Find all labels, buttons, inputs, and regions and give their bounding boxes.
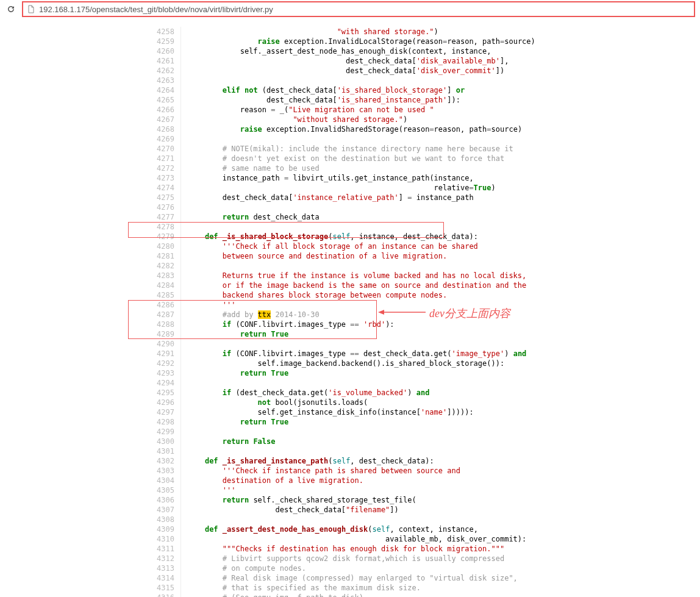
code-line[interactable]: # NOTE(mikal): include the instance dire… xyxy=(181,144,541,154)
line-number[interactable]: 4264 xyxy=(128,85,181,95)
code-line[interactable]: dest_check_data['disk_over_commit']) xyxy=(181,66,541,76)
line-number[interactable]: 4303 xyxy=(128,466,181,476)
code-line[interactable]: # Real disk image (compressed) may enlar… xyxy=(181,573,541,583)
line-number[interactable]: 4279 xyxy=(128,232,181,241)
line-number[interactable]: 4306 xyxy=(128,495,181,505)
code-line[interactable]: # that is specified as the maximum disk … xyxy=(181,583,541,593)
line-number[interactable]: 4308 xyxy=(128,515,181,524)
line-number[interactable]: 4266 xyxy=(128,105,181,115)
line-number[interactable]: 4274 xyxy=(128,183,181,193)
code-line[interactable]: raise exception.InvalidLocalStorage(reas… xyxy=(181,37,541,46)
line-number[interactable]: 4290 xyxy=(128,339,181,349)
line-number[interactable]: 4282 xyxy=(128,261,181,271)
code-line[interactable]: reason = _("Live migration can not be us… xyxy=(181,105,541,115)
code-line[interactable]: if (dest_check_data.get('is_volume_backe… xyxy=(181,388,541,398)
code-line[interactable]: destination of a live migration. xyxy=(181,476,541,485)
line-number[interactable]: 4289 xyxy=(128,329,181,339)
line-number[interactable]: 4276 xyxy=(128,202,181,212)
code-line[interactable]: return self._check_shared_storage_test_f… xyxy=(181,495,541,505)
line-number[interactable]: 4275 xyxy=(128,193,181,202)
code-line[interactable]: # on compute nodes. xyxy=(181,563,541,573)
code-line[interactable]: not bool(jsonutils.loads( xyxy=(181,398,541,407)
line-number[interactable]: 4294 xyxy=(128,378,181,388)
code-line[interactable]: def _assert_dest_node_has_enough_disk(se… xyxy=(181,524,541,534)
line-number[interactable]: 4263 xyxy=(128,76,181,85)
line-number[interactable]: 4305 xyxy=(128,485,181,495)
line-number[interactable]: 4268 xyxy=(128,124,181,134)
line-number[interactable]: 4312 xyxy=(128,554,181,563)
line-number[interactable]: 4260 xyxy=(128,46,181,56)
line-number[interactable]: 4310 xyxy=(128,534,181,544)
line-number[interactable]: 4259 xyxy=(128,37,181,46)
code-line[interactable]: relative=True) xyxy=(181,183,541,193)
code-line[interactable]: raise exception.InvalidSharedStorage(rea… xyxy=(181,124,541,134)
line-number[interactable]: 4285 xyxy=(128,290,181,300)
code-line[interactable]: self._assert_dest_node_has_enough_disk(c… xyxy=(181,46,541,56)
code-line[interactable] xyxy=(181,339,541,349)
code-line[interactable]: instance_path = libvirt_utils.get_instan… xyxy=(181,173,541,183)
code-line[interactable]: def _is_shared_instance_path(self, dest_… xyxy=(181,456,541,466)
code-line[interactable]: return True xyxy=(181,329,541,339)
reload-icon[interactable] xyxy=(5,3,17,15)
code-line[interactable]: '''Check if all block storage of an inst… xyxy=(181,241,541,251)
line-number[interactable]: 4297 xyxy=(128,407,181,417)
code-line[interactable]: # same name to be used xyxy=(181,163,541,173)
code-line[interactable]: available_mb, disk_over_commit): xyxy=(181,534,541,544)
line-number[interactable]: 4273 xyxy=(128,173,181,183)
code-line[interactable] xyxy=(181,446,541,456)
line-number[interactable]: 4278 xyxy=(128,222,181,232)
code-line[interactable] xyxy=(181,202,541,212)
line-number[interactable]: 4314 xyxy=(128,573,181,583)
url-bar[interactable]: 192.168.1.175/openstack/test_git/blob/de… xyxy=(22,1,695,17)
line-number[interactable]: 4302 xyxy=(128,456,181,466)
line-number[interactable]: 4288 xyxy=(128,320,181,329)
code-line[interactable] xyxy=(181,427,541,437)
line-number[interactable]: 4261 xyxy=(128,56,181,66)
code-line[interactable]: "without shared storage.") xyxy=(181,115,541,124)
code-line[interactable]: if (CONF.libvirt.images_type == dest_che… xyxy=(181,349,541,359)
code-line[interactable]: backend shares block storage between com… xyxy=(181,290,541,300)
line-number[interactable]: 4281 xyxy=(128,251,181,261)
line-number[interactable]: 4299 xyxy=(128,427,181,437)
code-line[interactable]: self.get_instance_disk_info(instance['na… xyxy=(181,407,541,417)
line-number[interactable]: 4286 xyxy=(128,300,181,310)
code-line[interactable]: # doesn't yet exist on the destination b… xyxy=(181,154,541,163)
line-number[interactable]: 4292 xyxy=(128,359,181,368)
code-line[interactable]: """Checks if destination has enough disk… xyxy=(181,544,541,554)
line-number[interactable]: 4262 xyxy=(128,66,181,76)
line-number[interactable]: 4293 xyxy=(128,368,181,378)
code-line[interactable]: return True xyxy=(181,368,541,378)
line-number[interactable]: 4284 xyxy=(128,281,181,290)
code-line[interactable]: def _is_shared_block_storage(self, insta… xyxy=(181,232,541,241)
line-number[interactable]: 4265 xyxy=(128,95,181,105)
code-line[interactable]: dest_check_data['instance_relative_path'… xyxy=(181,193,541,202)
code-line[interactable]: elif not (dest_check_data['is_shared_blo… xyxy=(181,85,541,95)
code-line[interactable]: dest_check_data['disk_available_mb'], xyxy=(181,56,541,66)
line-number[interactable]: 4301 xyxy=(128,446,181,456)
line-number[interactable]: 4267 xyxy=(128,115,181,124)
code-line[interactable]: "with shared storage.") xyxy=(181,27,541,37)
line-number[interactable]: 4311 xyxy=(128,544,181,554)
line-number[interactable]: 4270 xyxy=(128,144,181,154)
line-number[interactable]: 4287 xyxy=(128,310,181,320)
code-line[interactable] xyxy=(181,261,541,271)
code-line[interactable] xyxy=(181,134,541,144)
code-line[interactable]: dest_check_data["filename"]) xyxy=(181,505,541,515)
code-line[interactable] xyxy=(181,222,541,232)
line-number[interactable]: 4313 xyxy=(128,563,181,573)
line-number[interactable]: 4300 xyxy=(128,437,181,446)
code-line[interactable]: ''' xyxy=(181,485,541,495)
line-number[interactable]: 4315 xyxy=(128,583,181,593)
line-number[interactable]: 4280 xyxy=(128,241,181,251)
code-line[interactable]: self.image_backend.backend().is_shared_b… xyxy=(181,359,541,368)
line-number[interactable]: 4298 xyxy=(128,417,181,427)
code-line[interactable]: Returns true if the instance is volume b… xyxy=(181,271,541,281)
line-number[interactable]: 4258 xyxy=(128,27,181,37)
line-number[interactable]: 4291 xyxy=(128,349,181,359)
code-line[interactable] xyxy=(181,515,541,524)
code-line[interactable]: or if the image backend is the same on s… xyxy=(181,281,541,290)
line-number[interactable]: 4316 xyxy=(128,593,181,597)
code-line[interactable] xyxy=(181,378,541,388)
line-number[interactable]: 4296 xyxy=(128,398,181,407)
code-line[interactable]: # Libvirt supports qcow2 disk format,whi… xyxy=(181,554,541,563)
